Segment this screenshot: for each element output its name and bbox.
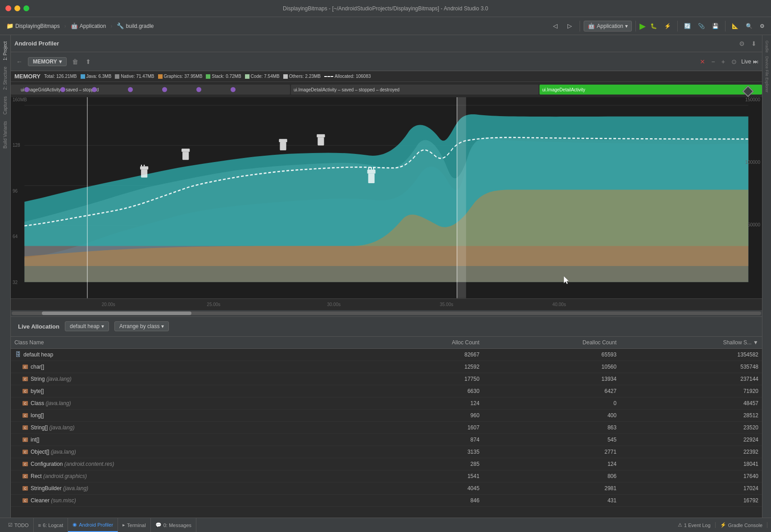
table-row[interactable]: Clong[]96040028512 <box>11 409 762 421</box>
svg-text:C: C <box>24 365 26 369</box>
class-type-icon: C <box>22 412 29 419</box>
table-row[interactable]: CConfiguration (android.content.res)2851… <box>11 458 762 470</box>
forward-icon: ▷ <box>566 23 573 30</box>
col-alloc-count[interactable]: Alloc Count <box>367 337 483 349</box>
table-row[interactable]: CClass (java.lang)124048457 <box>11 397 762 409</box>
others-value: 2.23MB <box>305 74 321 79</box>
total-label: Total: <box>44 74 55 79</box>
table-row[interactable]: Cchar[]1259210560535748 <box>11 361 762 373</box>
build-gradle-breadcrumb[interactable]: 🔧 build.gradle <box>114 22 156 31</box>
back-to-sessions-button[interactable]: ← <box>14 57 24 66</box>
java-label: Java: <box>86 74 97 79</box>
table-row[interactable]: CRect (android.graphics)154180617640 <box>11 470 762 482</box>
minimize-button[interactable] <box>14 5 20 11</box>
col-class-name[interactable]: Class Name <box>11 337 367 349</box>
memory-selector[interactable]: MEMORY ▾ <box>28 57 67 66</box>
table-row[interactable]: Cbyte[]6630642771920 <box>11 385 762 397</box>
project-icon: 📁 <box>6 23 14 30</box>
separator-3 <box>677 21 678 32</box>
sidebar-item-gradle[interactable]: Gradle <box>764 39 770 54</box>
dealloc-count-cell: 124 <box>483 458 620 470</box>
horizontal-scrollbar[interactable] <box>11 310 762 316</box>
project-selector[interactable]: 📁 DisplayingBitmaps <box>4 22 63 31</box>
debug-btn[interactable]: 🐛 <box>648 22 660 30</box>
status-logcat[interactable]: ≡ 6: Logcat <box>34 518 68 532</box>
terminal-icon: ▸ <box>122 522 125 528</box>
heap-dump-btn[interactable]: 💾 <box>709 22 721 30</box>
others-label: Others: <box>289 74 304 79</box>
sidebar-item-device-explorer[interactable]: Device File Explorer <box>764 54 770 95</box>
arrange-selector[interactable]: Arrange by class ▾ <box>114 321 169 331</box>
code-color-dot <box>245 74 249 79</box>
profiler-title: Android Profiler <box>14 40 59 47</box>
search-icon: 🔍 <box>746 23 753 29</box>
status-event-log[interactable]: ⚠ 1 Event Log <box>673 522 716 528</box>
alloc-count-cell: 1541 <box>367 470 483 482</box>
search-btn[interactable]: 🔍 <box>743 22 755 30</box>
profiler-settings-icon[interactable]: ⚙ <box>737 39 747 48</box>
live-button[interactable]: Live ⏭ <box>741 59 758 65</box>
attach-btn[interactable]: 📎 <box>695 22 708 30</box>
table-row[interactable]: CObject[] (java.lang)3135277122392 <box>11 446 762 458</box>
col-dealloc-count[interactable]: Dealloc Count <box>483 337 620 349</box>
allocated-dash-icon <box>324 76 333 77</box>
class-name-cell: Cbyte[] <box>22 388 363 395</box>
zoom-out-button[interactable]: − <box>710 57 717 66</box>
nav-back-btn[interactable]: ◁ <box>549 22 562 31</box>
allocated-value: 106083 <box>356 74 371 79</box>
run-button[interactable]: ▶ <box>639 21 646 31</box>
heap-selector[interactable]: default heap ▾ <box>65 321 109 331</box>
graphics-label: Graphics: <box>164 74 183 79</box>
maximize-button[interactable] <box>23 5 29 11</box>
table-row[interactable]: CString (java.lang)1775013934237144 <box>11 373 762 385</box>
heap-chevron-icon: ▾ <box>101 323 104 329</box>
class-name-cell: 🗄default heap <box>14 351 363 358</box>
status-terminal[interactable]: ▸ Terminal <box>118 518 151 532</box>
status-bar: ☑ TODO ≡ 6: Logcat ◉ Android Profiler ▸ … <box>0 518 771 532</box>
close-button[interactable] <box>5 5 11 11</box>
layout-inspector-btn[interactable]: 📐 <box>729 22 741 30</box>
heap-dump-icon <box>742 86 753 97</box>
table-row[interactable]: 🗄default heap82667655931354582 <box>11 348 762 361</box>
zoom-reset-button[interactable]: ⊙ <box>730 57 739 66</box>
sidebar-item-captures[interactable]: Captures <box>2 94 9 117</box>
gc-dot-2 <box>60 87 65 92</box>
scrollbar-thumb[interactable] <box>42 311 192 315</box>
others-color-dot <box>283 74 288 79</box>
sidebar-item-build-variants[interactable]: Build Variants <box>2 118 9 151</box>
native-color-dot <box>115 74 119 79</box>
table-row[interactable]: Cint[]87454522924 <box>11 433 762 446</box>
memory-chart[interactable]: 160MB 128 96 64 32 150000 100000 50000 <box>11 97 762 298</box>
settings-btn[interactable]: ⚙ <box>757 22 767 30</box>
package-name-text: (java.lang) <box>45 376 71 382</box>
left-sidebar: 1: Project 2: Structure Captures Build V… <box>0 35 11 518</box>
status-messages[interactable]: 💬 0: Messages <box>151 518 196 532</box>
total-stat: Total: 126.21MB <box>44 74 77 79</box>
status-profiler[interactable]: ◉ Android Profiler <box>68 518 118 532</box>
table-row[interactable]: CCleaner (sun.misc)84643116792 <box>11 494 762 506</box>
code-value: 7.54MB <box>264 74 279 79</box>
sidebar-item-structure[interactable]: 2: Structure <box>2 64 9 93</box>
sync-btn[interactable]: 🔄 <box>681 22 694 30</box>
svg-text:C: C <box>24 426 26 429</box>
profile-btn[interactable]: ⚡ <box>662 22 674 30</box>
app-selector[interactable]: 🤖 Application ▾ <box>584 21 632 32</box>
stop-button[interactable]: ✕ <box>698 57 707 66</box>
col-shallow-size[interactable]: Shallow S... ▼ <box>620 337 762 349</box>
alloc-count-cell: 3135 <box>367 446 483 458</box>
memory-label-text: MEMORY <box>33 59 57 65</box>
delete-session-button[interactable]: 🗑 <box>70 57 80 66</box>
export-button[interactable]: ⬆ <box>84 57 93 66</box>
table-row[interactable]: CStringBuilder (java.lang)4045298117024 <box>11 482 762 494</box>
profiler-download-icon[interactable]: ⬇ <box>749 39 758 48</box>
application-breadcrumb[interactable]: 🤖 Application <box>68 22 109 31</box>
table-row[interactable]: CString[] (java.lang)160786323520 <box>11 421 762 433</box>
status-todo[interactable]: ☑ TODO <box>4 518 34 532</box>
sidebar-item-project[interactable]: 1: Project <box>2 39 9 63</box>
zoom-in-button[interactable]: + <box>720 57 727 66</box>
skip-end-icon: ⏭ <box>753 59 758 65</box>
package-name-text: (java.lang) <box>62 485 88 491</box>
nav-forward-btn[interactable]: ▷ <box>563 22 576 31</box>
class-name-cell: CObject[] (java.lang) <box>22 448 363 455</box>
status-gradle-console[interactable]: ⚡ Gradle Console <box>716 522 767 528</box>
